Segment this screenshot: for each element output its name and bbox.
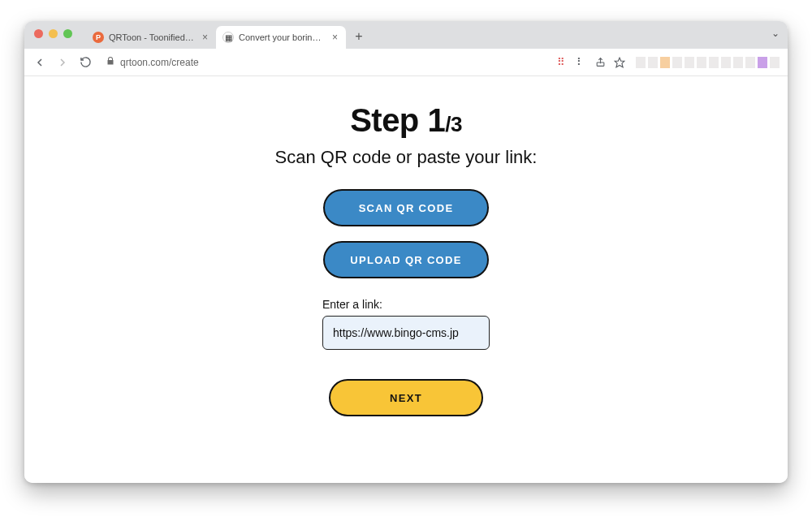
reload-button[interactable] bbox=[78, 55, 93, 70]
favicon-icon: ▦ bbox=[222, 32, 234, 43]
extension-icon[interactable] bbox=[733, 57, 743, 68]
extension-icon[interactable] bbox=[636, 57, 646, 68]
step-total: /3 bbox=[445, 112, 462, 136]
browser-window: P QRToon - Toonified QR Maker × ▦ Conver… bbox=[24, 21, 788, 483]
tab-qrtoon[interactable]: P QRToon - Toonified QR Maker × bbox=[86, 26, 216, 49]
extension-icon[interactable] bbox=[745, 57, 755, 68]
extension-icon[interactable] bbox=[672, 57, 682, 68]
star-icon[interactable] bbox=[613, 56, 626, 69]
new-tab-button[interactable]: + bbox=[349, 27, 369, 46]
svg-marker-1 bbox=[615, 58, 624, 67]
lock-icon bbox=[106, 56, 115, 68]
extension-icon[interactable] bbox=[648, 57, 658, 68]
close-icon[interactable]: × bbox=[201, 32, 209, 42]
extension-icon[interactable] bbox=[685, 57, 694, 68]
tab-title: Convert your boring QR codes bbox=[239, 32, 326, 42]
window-minimize-button[interactable] bbox=[49, 29, 58, 38]
window-maximize-button[interactable] bbox=[63, 29, 72, 38]
extension-icon[interactable] bbox=[660, 57, 670, 68]
toolbar: qrtoon.com/create ⠿ ⠇ bbox=[24, 49, 788, 76]
close-icon[interactable]: × bbox=[330, 32, 339, 42]
tab-title: QRToon - Toonified QR Maker bbox=[109, 32, 196, 42]
scan-qr-button[interactable]: SCAN QR CODE bbox=[323, 189, 489, 226]
toolbar-right: ⠿ ⠇ bbox=[555, 56, 780, 69]
extension-icon[interactable] bbox=[697, 57, 706, 68]
extension-icons bbox=[636, 57, 780, 68]
tabs-container: P QRToon - Toonified QR Maker × ▦ Conver… bbox=[86, 24, 369, 49]
link-label: Enter a link: bbox=[322, 298, 490, 311]
upload-qr-button[interactable]: UPLOAD QR CODE bbox=[323, 241, 489, 278]
extensions-icon[interactable]: ⠇ bbox=[574, 56, 587, 69]
address-text: qrtoon.com/create bbox=[120, 57, 199, 68]
extension-icon[interactable] bbox=[770, 57, 780, 68]
favicon-icon: P bbox=[93, 32, 104, 43]
next-button[interactable]: NEXT bbox=[329, 379, 483, 416]
traffic-lights bbox=[34, 29, 72, 38]
step-current: Step 1 bbox=[350, 102, 445, 138]
extension-icon[interactable] bbox=[721, 57, 731, 68]
back-button[interactable] bbox=[32, 55, 47, 70]
page-title: Step 1/3 bbox=[350, 102, 462, 139]
translate-icon[interactable]: ⠿ bbox=[555, 56, 568, 69]
link-field-group: Enter a link: bbox=[322, 298, 490, 350]
window-close-button[interactable] bbox=[34, 29, 43, 38]
extension-icon[interactable] bbox=[758, 57, 767, 68]
page-subtitle: Scan QR code or paste your link: bbox=[275, 147, 538, 168]
address-bar[interactable]: qrtoon.com/create bbox=[106, 56, 546, 68]
tab-strip: P QRToon - Toonified QR Maker × ▦ Conver… bbox=[24, 21, 788, 49]
share-icon[interactable] bbox=[594, 56, 607, 69]
forward-button[interactable] bbox=[55, 55, 70, 70]
link-input[interactable] bbox=[322, 316, 490, 350]
page-content: Step 1/3 Scan QR code or paste your link… bbox=[24, 76, 788, 483]
chevron-down-icon[interactable]: ⌄ bbox=[771, 28, 780, 39]
extension-icon[interactable] bbox=[709, 57, 719, 68]
tab-convert[interactable]: ▦ Convert your boring QR codes × bbox=[216, 26, 346, 49]
